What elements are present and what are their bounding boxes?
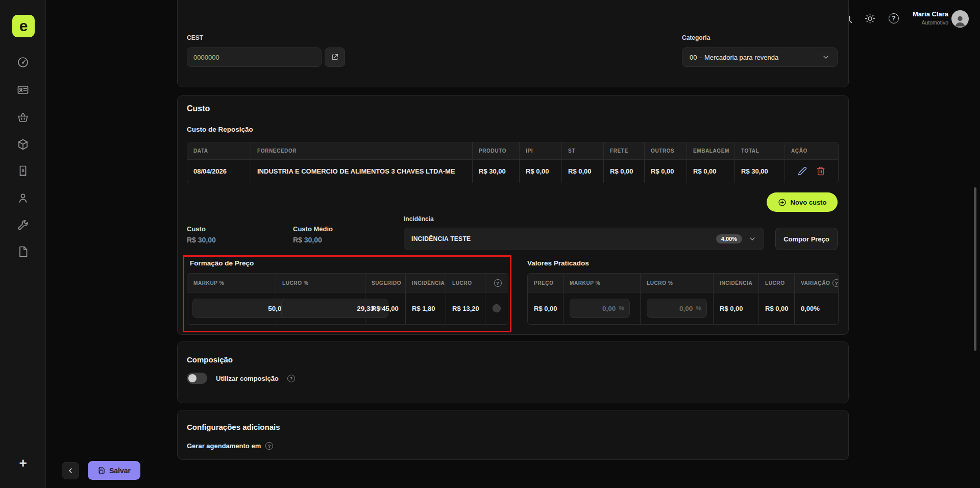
variacao-value: 0,00% — [795, 292, 838, 324]
column-header: SUGERIDO — [365, 274, 406, 292]
custo-title: Custo — [187, 104, 210, 113]
incidencia-badge: 4,00% — [716, 234, 742, 243]
wrench-icon — [17, 219, 29, 231]
praticado-lucro-cell: % — [641, 292, 714, 324]
custo-medio-value: R$ 30,00 — [293, 236, 322, 244]
column-header: OUTROS — [645, 142, 687, 160]
avatar[interactable] — [951, 10, 969, 28]
svg-text:$: $ — [21, 168, 24, 173]
incidencia-select[interactable]: INCIDÊNCIA TESTE 4,00% — [404, 228, 764, 250]
custo-value-label: Custo — [187, 225, 206, 233]
percent-suffix: % — [696, 305, 701, 312]
custo-medio-label: Custo Médio — [293, 225, 333, 233]
utilizar-composicao-toggle[interactable] — [187, 373, 207, 384]
preco-value: R$ 0,00 — [528, 292, 564, 324]
categoria-value: 00 – Mercadoria para revenda — [690, 54, 822, 61]
column-header: DATA — [187, 142, 251, 160]
back-button[interactable] — [62, 462, 79, 479]
column-header: LUCRO — [446, 274, 485, 292]
help-icon[interactable]: ? — [832, 279, 839, 287]
cest-lookup-button[interactable] — [325, 47, 345, 67]
percent-suffix: % — [619, 305, 624, 312]
column-header: MARKUP % — [564, 274, 641, 292]
price-lock-toggle[interactable] — [493, 304, 501, 312]
toggle-knob — [188, 374, 197, 382]
praticado-markup-box: % — [570, 299, 630, 318]
praticado-lucro-value: R$ 0,00 — [759, 292, 795, 324]
utilizar-composicao-label: Utilizar composição — [216, 375, 279, 382]
sidebar-item-estoque[interactable] — [17, 138, 29, 151]
save-disk-icon — [97, 467, 105, 474]
lucro-percent-input[interactable] — [282, 305, 374, 312]
main-content: CEST 0000000 Categoria 00 – Mercadoria p… — [177, 0, 849, 488]
save-button[interactable]: Salvar — [88, 461, 140, 480]
sidebar-item-vendas[interactable] — [17, 111, 29, 124]
markup-cell: % — [187, 292, 276, 324]
gerar-agendamento-label: Gerar agendamento em — [187, 442, 261, 450]
cell-st: R$ 0,00 — [562, 160, 604, 183]
sidebar-item-cadastros[interactable] — [17, 84, 29, 96]
formacao-preco-table: MARKUP % LUCRO % SUGERIDO INCIDÊNCIA LUC… — [187, 273, 508, 325]
column-header: LUCRO — [759, 274, 795, 292]
help-icon[interactable]: ? — [287, 375, 295, 382]
compor-preco-button[interactable]: Compor Preço — [775, 228, 838, 250]
column-header: FORNECEDOR — [251, 142, 473, 160]
chevron-down-icon — [822, 53, 830, 61]
pencil-icon — [798, 166, 807, 176]
novo-custo-button[interactable]: Novo custo — [767, 192, 838, 212]
sidebar-add-button[interactable]: + — [0, 455, 46, 471]
incidencia-value: R$ 1,80 — [406, 292, 446, 324]
categoria-select[interactable]: 00 – Mercadoria para revenda — [682, 47, 838, 67]
praticado-markup-input[interactable] — [570, 305, 616, 312]
avatar-person-icon — [953, 13, 967, 28]
column-header: EMBALAGEM — [687, 142, 735, 160]
help-icon[interactable]: ? — [494, 279, 502, 287]
praticado-lucro-input[interactable] — [647, 305, 693, 312]
column-header: INCIDÊNCIA — [406, 274, 446, 292]
cell-fornecedor: INDUSTRIA E COMERCIO DE ALIMENTOS 3 CHAV… — [251, 160, 473, 183]
user-name: Maria Clara — [877, 10, 948, 18]
column-header: LUCRO % — [641, 274, 714, 292]
cube-icon — [17, 138, 29, 151]
incidencia-label: Incidência — [404, 215, 434, 223]
sugerido-value: R$ 45,00 — [365, 292, 406, 324]
lucro-percent-cell: % — [276, 292, 365, 324]
sidebar-item-financeiro[interactable]: $ — [17, 165, 29, 177]
edit-cost-button[interactable] — [797, 166, 807, 177]
praticado-incidencia-value: R$ 0,00 — [714, 292, 759, 324]
column-header: INCIDÊNCIA — [714, 274, 759, 292]
lock-cell — [485, 292, 508, 324]
valores-praticados-table: PREÇO MARKUP % LUCRO % INCIDÊNCIA LUCRO … — [527, 273, 839, 325]
praticado-lucro-box: % — [647, 299, 707, 318]
incidencia-selected: INCIDÊNCIA TESTE — [411, 235, 471, 242]
sidebar-item-relatorios[interactable] — [17, 246, 29, 258]
delete-cost-button[interactable] — [816, 166, 826, 177]
config-adicionais-panel: Configurações adicionais Gerar agendamen… — [177, 410, 849, 460]
cell-total: R$ 30,00 — [735, 160, 785, 183]
cell-data: 08/04/2026 — [187, 160, 251, 183]
cell-embalagem: R$ 0,00 — [687, 160, 735, 183]
markup-input[interactable] — [193, 305, 285, 312]
sidebar-item-dashboard[interactable] — [17, 56, 29, 68]
formacao-preco-title: Formação de Preço — [190, 259, 254, 267]
id-card-icon — [17, 84, 29, 96]
sidebar-item-servicos[interactable] — [17, 219, 29, 231]
help-icon[interactable]: ? — [265, 442, 273, 450]
agendamento-row: Gerar agendamento em ? — [187, 442, 273, 450]
user-menu[interactable]: Maria Clara Automotivo — [877, 10, 948, 26]
column-header: PREÇO — [528, 274, 564, 292]
theme-toggle-button[interactable] — [863, 11, 877, 26]
cest-input[interactable]: 0000000 — [187, 47, 322, 67]
app-logo[interactable]: e — [12, 15, 35, 37]
sidebar: e $ + — [0, 0, 46, 488]
column-header-variacao: VARIAÇÃO ? — [795, 274, 838, 292]
chevron-down-icon — [748, 235, 756, 243]
column-header: AÇÃO — [785, 142, 838, 160]
scrollbar-thumb[interactable] — [974, 187, 976, 351]
column-header: MARKUP % — [187, 274, 276, 292]
cest-label: CEST — [187, 34, 203, 41]
person-icon — [17, 192, 29, 204]
sidebar-item-clientes[interactable] — [17, 192, 29, 204]
cell-produto: R$ 30,00 — [473, 160, 520, 183]
cell-frete: R$ 0,00 — [604, 160, 645, 183]
